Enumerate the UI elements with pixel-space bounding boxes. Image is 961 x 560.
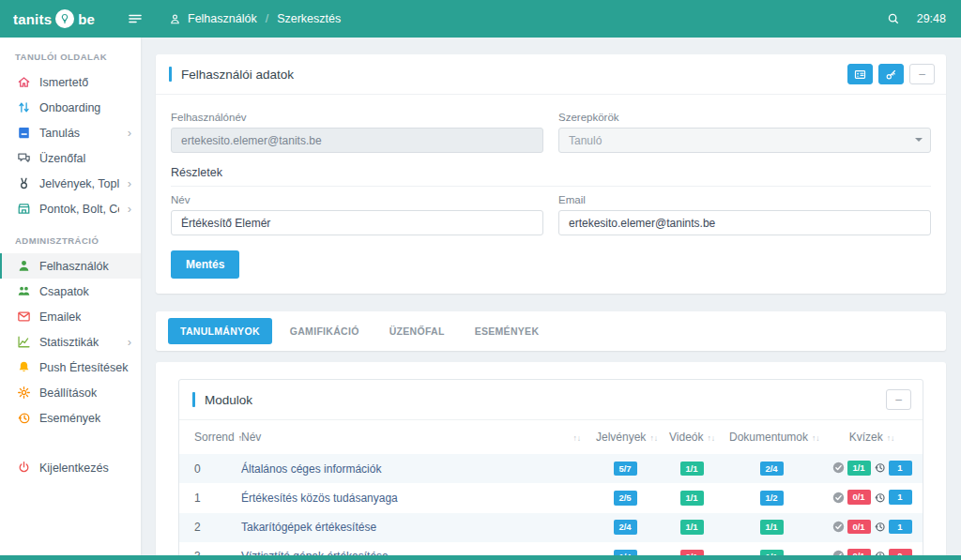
breadcrumb-page[interactable]: Szerkesztés [277, 12, 341, 25]
column-header-jelvenyek[interactable]: Jelvények↑↓ [588, 420, 662, 454]
tab-esemenyek[interactable]: ESEMÉNYEK [463, 318, 552, 344]
column-header-kvizek[interactable]: Kvízek↑↓ [821, 420, 923, 454]
accent-bar [192, 392, 195, 407]
tab-gamifikacio[interactable]: GAMIFIKÁCIÓ [278, 318, 372, 344]
collapse-button[interactable]: – [909, 64, 935, 84]
sidebar-item-label: Felhasználók [39, 260, 109, 273]
count-badge: 1/1 [680, 520, 704, 535]
sidebar-item-emailek[interactable]: Emailek [0, 304, 141, 329]
count-badge: 1 [889, 520, 912, 535]
module-name-link[interactable]: Általános céges információk [241, 462, 381, 476]
count-badge: 2/4 [760, 462, 784, 477]
gear-icon [17, 386, 31, 400]
sort-icon: ↑↓ [707, 434, 715, 443]
email-field[interactable] [558, 210, 931, 235]
column-header-videok[interactable]: Videók↑↓ [662, 420, 722, 454]
sidebar-item-label: Jelvények, Toplista [39, 177, 119, 190]
password-button[interactable] [878, 64, 904, 84]
table-row: 1 Értékesítés közös tudásanyaga 2/5 1/1 … [179, 483, 923, 512]
cell-jelvenyek: 2/5 [588, 483, 662, 512]
sidebar-item-label: Onboarding [39, 101, 100, 114]
breadcrumb-separator: / [266, 12, 268, 25]
session-timer: 29:48 [917, 12, 946, 25]
sidebar-item-tanulas[interactable]: Tanulás › [0, 120, 141, 145]
cell-dokumentumok: 1/2 [722, 483, 821, 512]
modules-title: Modulok [205, 393, 252, 407]
chevron-right-icon: › [128, 127, 131, 139]
sidebar-item-kijelentkezes[interactable]: Kijelentkezés [0, 455, 141, 480]
email-label: Email [558, 194, 931, 205]
cell-dokumentumok: 2/4 [722, 454, 821, 483]
count-badge: 0/1 [847, 520, 871, 535]
user-data-card: Felhasználói adatok – Felhasználónév Sze… [156, 54, 946, 294]
count-badge: 5/7 [614, 462, 637, 477]
sort-icon: ↑↓ [573, 434, 582, 443]
sidebar-item-onboarding[interactable]: Onboarding [0, 95, 141, 120]
brand-logo[interactable]: tanits be [0, 9, 141, 28]
chevron-right-icon: › [128, 336, 131, 348]
sidebar-item-label: Tanulás [39, 127, 80, 140]
sidebar-item-label: Statisztikák [39, 336, 99, 349]
count-badge: 0/1 [847, 490, 871, 505]
sidebar-item-esemenyek[interactable]: Események [0, 405, 141, 431]
sort-icon: ↑↓ [812, 434, 820, 443]
modules-table: Sorrend↑↓ Név ↑↓ Jelvények↑↓ Videók↑↓ Do… [179, 420, 923, 560]
cell-sorrend: 1 [179, 483, 234, 512]
chat-icon [17, 151, 31, 165]
id-card-button[interactable] [847, 64, 873, 84]
sidebar-item-label: Beállítások [39, 386, 97, 400]
sidebar-item-felhasznalok[interactable]: Felhasználók [0, 253, 141, 279]
hamburger-menu-icon[interactable] [128, 11, 143, 26]
user-icon [17, 259, 31, 273]
top-navbar: tanits be Felhasználók / Szerkesztés [0, 0, 961, 38]
user-data-card-header: Felhasználói adatok – [156, 54, 946, 95]
module-name-link[interactable]: Értékesítés közös tudásanyaga [241, 492, 398, 505]
roles-select[interactable]: Tanuló [558, 128, 931, 153]
cell-kvizek: 0/1 1 [821, 513, 923, 542]
tab-tanulmanyok[interactable]: TANULMÁNYOK [168, 318, 272, 344]
chevron-right-icon: › [128, 177, 131, 189]
chevron-right-icon: › [128, 203, 131, 215]
sidebar-item-uzenofal[interactable]: Üzenőfal [0, 145, 141, 171]
chart-icon [17, 335, 31, 349]
sidebar-item-csapatok[interactable]: Csapatok [0, 279, 141, 304]
logo-text-left: tanits [13, 11, 52, 27]
column-header-nev: Név [234, 420, 557, 454]
roles-label: Szerepkörök [558, 112, 931, 123]
count-badge: 1/1 [680, 491, 704, 506]
sidebar-item-push-ertesitesek[interactable]: Push Értesítések [0, 355, 141, 380]
sidebar-item-statisztikak[interactable]: Statisztikák › [0, 329, 141, 355]
tab-uzenofal[interactable]: ÜZENŐFAL [377, 318, 457, 344]
breadcrumb-section[interactable]: Felhasználók [188, 12, 257, 25]
history-icon [874, 462, 886, 474]
sidebar-item-ismerteto[interactable]: Ismertető [0, 69, 141, 95]
column-header-sorrend[interactable]: Sorrend↑↓ [179, 420, 234, 454]
modules-collapse-button[interactable]: – [886, 389, 911, 410]
lightbulb-icon [55, 9, 74, 28]
sidebar-item-label: Események [39, 412, 100, 425]
sidebar-item-pontok-bolt-celok[interactable]: Pontok, Bolt, Célok › [0, 196, 141, 221]
sort-icon: ↑↓ [649, 434, 658, 443]
sidebar-item-jelvenyek-toplista[interactable]: Jelvények, Toplista › [0, 171, 141, 196]
username-field[interactable] [171, 128, 543, 153]
save-button[interactable]: Mentés [171, 250, 239, 279]
power-icon [17, 461, 31, 475]
column-header-blank[interactable]: ↑↓ [557, 420, 588, 454]
count-badge: 2/5 [614, 491, 637, 506]
tab-content-panel: Modulok – Sorrend↑↓ Név ↑↓ Jelvények↑↓ V… [156, 362, 946, 560]
count-badge: 1/2 [760, 491, 784, 506]
modules-card: Modulok – Sorrend↑↓ Név ↑↓ Jelvények↑↓ V… [178, 379, 923, 560]
sidebar-item-label: Kijelentkezés [39, 462, 109, 475]
sidebar-item-beallitasok[interactable]: Beállítások [0, 380, 141, 405]
history-icon [874, 521, 886, 533]
medal-icon [17, 176, 31, 190]
store-icon [17, 202, 31, 216]
column-header-dokumentumok[interactable]: Dokumentumok↑↓ [722, 420, 821, 454]
cell-videok: 1/1 [662, 513, 722, 542]
search-icon[interactable] [887, 12, 900, 25]
name-field[interactable] [171, 210, 543, 235]
cell-videok: 1/1 [662, 483, 722, 512]
module-name-link[interactable]: Takarítógépek értékesítése [241, 521, 376, 534]
card-actions: – [847, 64, 935, 84]
cell-dokumentumok: 1/1 [722, 513, 821, 542]
